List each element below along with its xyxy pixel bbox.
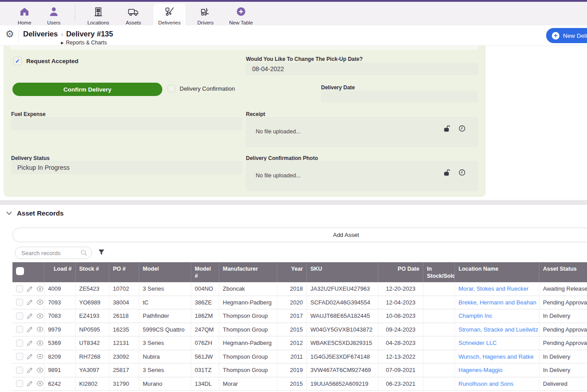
edit-pencil-icon[interactable]: [27, 380, 33, 387]
row-checkbox[interactable]: [16, 340, 23, 347]
location-link[interactable]: Schneider LLC: [458, 340, 497, 346]
column-header[interactable]: Location Name: [455, 262, 539, 282]
confirmation-photo-upload-field[interactable]: No file uploaded...: [246, 161, 478, 191]
row-checkbox[interactable]: [16, 299, 23, 306]
nav-item-assets[interactable]: Assets: [119, 4, 148, 25]
edit-pencil-icon[interactable]: [27, 326, 33, 332]
location-link[interactable]: Stroman, Stracke and Lueilwitz: [458, 326, 538, 333]
nav-item-drivers[interactable]: Drivers: [191, 4, 220, 25]
cell-location: Wunsch, Hagenes and Ratke: [455, 350, 539, 364]
column-header[interactable]: Asset Status: [539, 262, 587, 282]
cut-off-field: [10, 46, 478, 50]
edit-pencil-icon[interactable]: [27, 299, 33, 305]
location-link[interactable]: Brekke, Hermann and Beahan: [458, 299, 536, 306]
clock-icon[interactable]: [458, 169, 466, 178]
view-eye-icon[interactable]: [36, 313, 44, 319]
row-checkbox[interactable]: [16, 380, 23, 387]
add-asset-button[interactable]: Add Asset: [12, 228, 587, 242]
receipt-upload-field[interactable]: No file uploaded...: [246, 117, 478, 147]
unlock-icon[interactable]: [443, 125, 450, 134]
location-link[interactable]: Champlin Inc: [458, 312, 492, 319]
column-header[interactable]: Manufacturer: [219, 262, 277, 282]
edit-pencil-icon[interactable]: [27, 353, 33, 360]
select-all-checkbox[interactable]: [16, 267, 24, 275]
column-header[interactable]: In Stock/Sold: [423, 262, 455, 282]
cell-in_stock: [423, 323, 455, 336]
nav-item-locations[interactable]: Locations: [81, 4, 115, 25]
column-header[interactable]: Year: [277, 262, 307, 282]
location-link[interactable]: Runolfsson and Sons: [458, 380, 514, 387]
row-checkbox[interactable]: [16, 353, 23, 360]
delivery-form-panel: ✓ Request Accepted Would You Like To Cha…: [4, 46, 486, 197]
table-row: 5369UT8342121313 Series076ZHHegmann-Padb…: [12, 336, 587, 350]
view-eye-icon[interactable]: [36, 381, 44, 386]
column-header[interactable]: SKU: [307, 262, 378, 282]
delivery-date-input[interactable]: [321, 91, 478, 102]
breadcrumb-parent[interactable]: Deliveries: [23, 30, 58, 38]
nav-item-new-table[interactable]: New Table: [225, 4, 257, 25]
edit-pencil-icon[interactable]: [27, 340, 33, 346]
view-eye-icon[interactable]: [36, 300, 44, 305]
breadcrumb-current: Delivery #135: [66, 30, 113, 38]
cell-location: Morar, Stokes and Ruecker: [455, 282, 539, 296]
location-link[interactable]: Hagenes-Maggio: [458, 367, 503, 373]
column-header[interactable]: Stock #: [76, 262, 109, 282]
pickup-date-input[interactable]: 08-04-2022: [246, 63, 478, 75]
edit-pencil-icon[interactable]: [27, 286, 33, 292]
view-eye-icon[interactable]: [36, 286, 44, 292]
request-accepted-checkbox[interactable]: ✓: [13, 57, 22, 65]
search-input[interactable]: [21, 247, 79, 259]
reports-charts-link[interactable]: ▶Reports & Charts: [61, 40, 107, 46]
cell-stock: YA3097: [76, 364, 109, 377]
breadcrumb-bar: ⚙ Deliveries›Delivery #135 ▶Reports & Ch…: [0, 25, 587, 46]
fuel-expense-input[interactable]: [11, 117, 242, 130]
view-eye-icon[interactable]: [36, 340, 44, 346]
delivery-confirmation-checkbox[interactable]: [168, 85, 175, 92]
column-header[interactable]: Model #: [191, 262, 219, 282]
cell-in_stock: [423, 350, 455, 364]
column-header[interactable]: Model: [139, 262, 191, 282]
row-checkbox[interactable]: [16, 285, 23, 292]
table-header-row: Load #Stock #PO #ModelModel #Manufacture…: [12, 262, 587, 282]
cell-year: 2012: [277, 336, 307, 350]
cell-sku: 19UUA56852A609219: [307, 377, 378, 391]
nav-item-home[interactable]: Home: [10, 4, 39, 25]
row-checkbox[interactable]: [16, 326, 23, 333]
cell-year: 2015: [277, 323, 307, 336]
pickup-date-label: Would You Like To Change The Pick-Up Dat…: [246, 56, 362, 62]
row-checkbox[interactable]: [16, 312, 23, 320]
view-eye-icon[interactable]: [36, 354, 44, 359]
filter-icon[interactable]: [98, 249, 105, 258]
gear-icon[interactable]: ⚙: [5, 29, 14, 39]
delivery-confirmation-label: Delivery Confirmation: [180, 85, 235, 92]
delivery-status-input[interactable]: Pickup In Progress: [11, 161, 242, 174]
unlock-icon[interactable]: [443, 169, 450, 178]
cell-po: 23092: [109, 350, 139, 364]
view-eye-icon[interactable]: [36, 327, 44, 332]
column-header[interactable]: PO Date: [378, 262, 423, 282]
view-eye-icon[interactable]: [36, 368, 44, 373]
cell-year: 2015: [277, 377, 307, 391]
delivery-date-label: Delivery Date: [321, 84, 355, 91]
column-header[interactable]: PO #: [109, 262, 139, 282]
cell-stock: UT8342: [76, 336, 109, 350]
edit-pencil-icon[interactable]: [27, 367, 33, 373]
confirm-delivery-button[interactable]: Confirm Delivery: [12, 83, 162, 96]
edit-pencil-icon[interactable]: [27, 313, 33, 319]
clock-icon[interactable]: [458, 125, 466, 134]
chevron-down-icon[interactable]: [6, 209, 12, 217]
nav-item-users[interactable]: Users: [39, 4, 68, 25]
column-header[interactable]: Load #: [44, 262, 76, 282]
table-row: 9891YA3097258173 Series031TZThompson Gro…: [12, 364, 587, 377]
new-delivery-button[interactable]: + New Delivery: [546, 28, 587, 43]
nav-item-deliveries[interactable]: Deliveries: [153, 4, 185, 25]
forklift-icon: [200, 6, 211, 19]
receipt-empty-text: No file uploaded...: [256, 128, 301, 135]
table-row: 7093YO698938004tC386ZEHegmann-Padberg202…: [12, 296, 587, 310]
cell-model: tC: [139, 296, 191, 309]
location-link[interactable]: Morar, Stokes and Ruecker: [458, 285, 529, 292]
location-link[interactable]: Wunsch, Hagenes and Ratke: [458, 353, 534, 360]
cell-load: 4009: [44, 282, 76, 296]
row-checkbox[interactable]: [16, 367, 23, 374]
nav-label: Drivers: [197, 20, 213, 25]
